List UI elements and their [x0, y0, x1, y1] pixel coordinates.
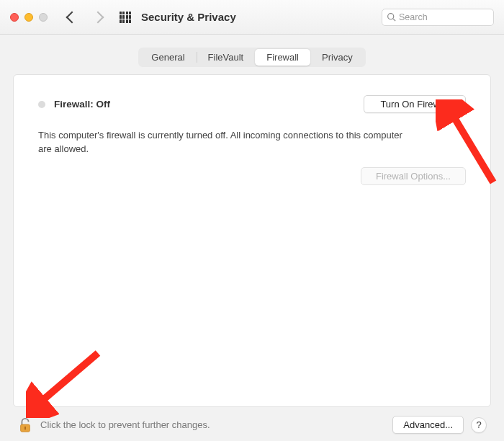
forward-button: [92, 11, 104, 23]
svg-line-1: [393, 19, 395, 21]
firewall-panel: Firewall: Off Turn On Firewall This comp…: [13, 74, 491, 407]
tab-bar: General FileVault Firewall Privacy: [138, 48, 365, 67]
firewall-status-title: Firewall: Off: [54, 99, 110, 110]
svg-point-0: [388, 14, 394, 19]
traffic-lights: [10, 13, 48, 22]
tab-general[interactable]: General: [140, 49, 196, 66]
lock-icon[interactable]: [17, 417, 33, 433]
footer: Click the lock to prevent further change…: [13, 407, 491, 435]
svg-rect-3: [24, 426, 26, 429]
close-window-button[interactable]: [10, 13, 19, 22]
minimize-window-button[interactable]: [24, 13, 33, 22]
lock-help-text: Click the lock to prevent further change…: [40, 419, 210, 430]
advanced-button[interactable]: Advanced...: [392, 416, 464, 434]
help-button[interactable]: ?: [471, 417, 487, 433]
tab-firewall[interactable]: Firewall: [255, 49, 310, 66]
turn-on-firewall-button[interactable]: Turn On Firewall: [364, 95, 466, 113]
titlebar: Security & Privacy Search: [0, 0, 504, 35]
firewall-status-indicator: [38, 101, 45, 108]
nav-arrows: [68, 13, 102, 22]
search-placeholder: Search: [399, 12, 428, 22]
zoom-window-button: [39, 13, 48, 22]
tab-privacy[interactable]: Privacy: [310, 49, 364, 66]
window-title: Security & Privacy: [141, 11, 236, 23]
show-all-icon[interactable]: [120, 12, 131, 23]
back-button[interactable]: [66, 11, 78, 23]
firewall-description: This computer's firewall is currently tu…: [38, 129, 413, 156]
search-icon: [387, 12, 396, 22]
firewall-options-button: Firewall Options...: [361, 167, 466, 185]
search-input[interactable]: Search: [382, 9, 494, 26]
tab-filevault[interactable]: FileVault: [197, 49, 256, 66]
